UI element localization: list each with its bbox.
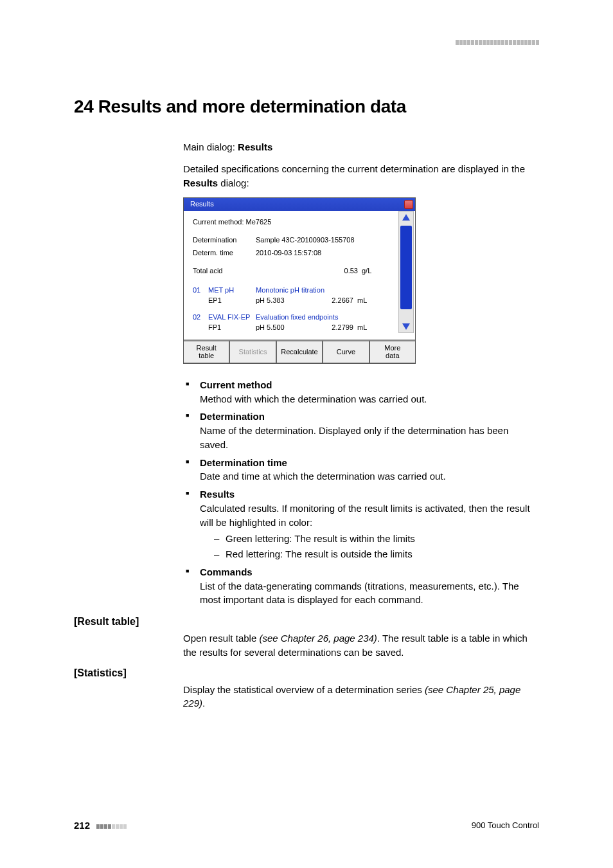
dialog-title: Results [190,199,214,210]
results-dialog: Results Current method: Me7625 Determina… [183,197,416,364]
dash-red: Red lettering: The result is outside the… [214,547,539,561]
c3: 2.2799 [319,323,357,333]
heading: Current method [200,379,272,390]
command-sub: FP1 pH 5.500 2.2799 mL [193,323,406,333]
c2: pH 5.500 [256,323,319,333]
close-icon[interactable] [404,200,413,209]
command-sub: EP1 pH 5.383 2.2667 mL [193,296,406,306]
dialog-buttons: Result table Statistics Recalculate Curv… [184,339,415,363]
text: Name of the determination. Displayed onl… [200,425,508,450]
text: dialog: [218,177,249,188]
scroll-up-icon[interactable] [402,214,410,221]
scrollbar[interactable] [398,211,414,333]
footer-left: 212 [74,820,127,831]
text: Method with which the determination was … [200,393,427,404]
result-table-button[interactable]: Result table [184,340,229,363]
desc: Monotonic pH titration [256,285,324,296]
label: Determination [193,235,256,246]
footer-product: 900 Touch Control [472,820,539,830]
row-determination: Determination Sample 43C-20100903-155708 [193,235,406,246]
label: Total acid [193,266,256,276]
reference: (see Chapter 26, page 234) [259,633,377,644]
text: Open result table [183,633,259,644]
result-total-acid: Total acid 0.53 g/L [193,266,406,276]
dash-list: Green lettering: The result is within th… [214,532,539,561]
bullet-current-method: Current method Method with which the det… [183,378,539,406]
result-table-label: [Result table] [74,616,539,628]
footer: 212 900 Touch Control [74,820,539,831]
c4: mL [357,296,367,306]
statistics-label: [Statistics] [74,667,539,679]
text: . [202,698,205,709]
text: Date and time at which the determination… [200,471,446,482]
text: Detailed specifications concerning the c… [183,163,525,174]
command-01: 01 MET pH Monotonic pH titration EP1 pH … [193,285,406,306]
scroll-thumb[interactable] [400,226,412,309]
curve-button[interactable]: Curve [323,340,369,363]
value: 2010-09-03 15:57:08 [256,248,406,258]
content: Main dialog: Results Detailed specificat… [183,140,539,607]
bullet-list: Current method Method with which the det… [183,378,539,607]
c1: FP1 [208,323,256,333]
bullet-results: Results Calculated results. If monitorin… [183,487,539,561]
dialog-name: Results [238,141,272,152]
command-head: 02 EVAL FIX-EP Evaluation fixed endpoint… [193,312,406,323]
page: 24 Results and more determination data M… [0,0,613,868]
text: Display the statistical overview of a de… [183,684,425,695]
label: Determ. time [193,248,256,258]
bullet-determination-time: Determination time Date and time at whic… [183,456,539,484]
desc: Evaluation fixed endpoints [256,312,338,323]
scroll-down-icon[interactable] [402,323,410,330]
name: MET pH [208,285,256,296]
heading: Commands [200,566,253,577]
unit: g/L [362,266,371,276]
c2: pH 5.383 [256,296,319,306]
dialog-body: Current method: Me7625 Determination Sam… [184,211,415,333]
command-head: 01 MET pH Monotonic pH titration [193,285,406,296]
name: EVAL FIX-EP [208,312,256,323]
heading: Determination time [200,457,287,468]
chapter-title: 24 Results and more determination data [74,96,539,117]
bullet-commands: Commands List of the data-generating com… [183,565,539,607]
statistics-text: Display the statistical overview of a de… [183,683,539,711]
header-decoration [456,40,539,46]
recalculate-button[interactable]: Recalculate [276,340,323,363]
main-dialog-line: Main dialog: Results [183,140,539,154]
intro-paragraph: Detailed specifications concerning the c… [183,162,539,190]
dialog-titlebar: Results [184,198,415,211]
row-determ-time: Determ. time 2010-09-03 15:57:08 [193,248,406,258]
heading: Determination [200,411,265,422]
more-data-button[interactable]: More data [369,340,415,363]
text: Main dialog: [183,141,238,152]
page-number: 212 [74,820,90,831]
command-02: 02 EVAL FIX-EP Evaluation fixed endpoint… [193,312,406,333]
result-table-text: Open result table (see Chapter 26, page … [183,631,539,660]
text: Results [183,177,218,188]
heading: Results [200,489,235,500]
bullet-determination: Determination Name of the determination.… [183,410,539,451]
footer-decoration [96,824,127,829]
idx: 02 [193,312,208,323]
c1: EP1 [208,296,256,306]
text: List of the data-generating commands (ti… [200,581,519,606]
current-method: Current method: Me7625 [193,217,406,228]
c3: 2.2667 [319,296,357,306]
text: Calculated results. If monitoring of the… [200,503,530,528]
idx: 01 [193,285,208,296]
statistics-button[interactable]: Statistics [229,340,276,363]
dash-green: Green lettering: The result is within th… [214,532,539,546]
c4: mL [357,323,367,333]
value: 0.53 [256,266,362,276]
value: Sample 43C-20100903-155708 [256,235,406,246]
